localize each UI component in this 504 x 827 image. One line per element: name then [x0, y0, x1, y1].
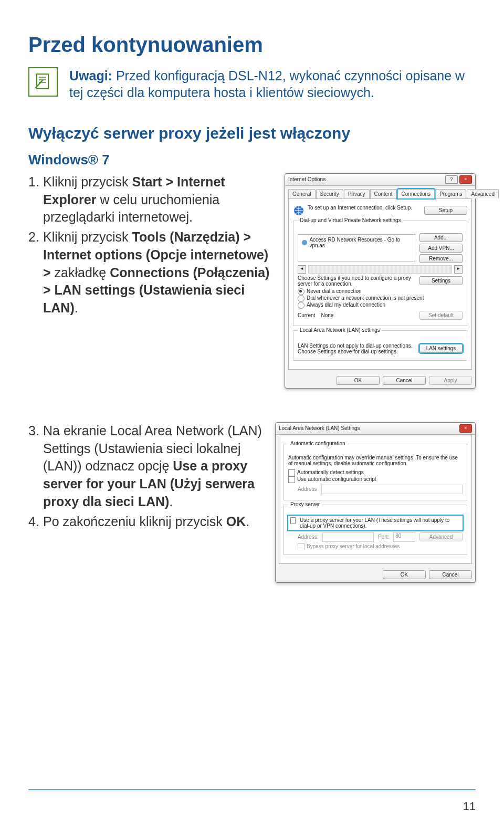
globe-icon [293, 205, 304, 216]
current-label: Current [298, 312, 315, 318]
radio-always-dial[interactable] [298, 302, 304, 309]
subheading: Windows® 7 [28, 152, 476, 168]
tab-privacy[interactable]: Privacy [344, 189, 370, 198]
step-text: Kliknij przycisk Tools (Narzędzia) > Int… [43, 228, 275, 317]
page-title: Przed kontynuowaniem [28, 33, 476, 57]
instruction-item: 1.Kliknij przycisk Start > Internet Expl… [28, 173, 275, 226]
radio-dial-when[interactable] [298, 295, 304, 302]
tab-general[interactable]: General [288, 189, 316, 198]
set-default-button[interactable]: Set default [419, 311, 463, 320]
dial-item[interactable]: Access RD Network Resources - Go to vpn.… [309, 237, 412, 248]
setup-text: To set up an Internet connection, click … [308, 205, 412, 211]
remove-button[interactable]: Remove... [419, 254, 463, 263]
page-number: 11 [463, 800, 476, 813]
close-icon[interactable]: × [459, 424, 472, 433]
advanced-button[interactable]: Advanced [419, 532, 463, 541]
checkbox-auto-script[interactable] [288, 476, 295, 483]
settings-button[interactable]: Settings [419, 276, 463, 285]
ok-button[interactable]: OK [337, 376, 380, 385]
radio-label: Dial whenever a network connection is no… [307, 295, 424, 301]
checkbox-label: Use automatic configuration script [297, 476, 376, 482]
proxy-address-input[interactable] [322, 532, 374, 542]
step-number: 1. [28, 173, 43, 226]
address-label: Address [298, 486, 317, 492]
add-button[interactable]: Add... [419, 233, 463, 242]
scroll-right-icon[interactable]: ► [454, 265, 463, 274]
note-body: Przed konfiguracją DSL-N12, wykonać czyn… [69, 68, 465, 100]
instruction-item: 4.Po zakończeniu kliknij przycisk OK. [28, 513, 266, 531]
ok-button[interactable]: OK [383, 570, 426, 579]
step-text: Na ekranie Local Area Network (LAN) Sett… [43, 422, 266, 511]
checkbox-use-proxy[interactable] [290, 517, 296, 524]
tabs: GeneralSecurityPrivacyContentConnections… [285, 186, 475, 198]
radio-never-dial[interactable] [298, 288, 304, 295]
port-input[interactable]: 80 [393, 532, 415, 542]
group-dialup: Dial-up and Virtual Private Network sett… [298, 217, 403, 223]
section-heading: Wyłączyć serwer proxy jeżeli jest włączo… [28, 124, 476, 142]
proxy-hint: Choose Settings if you need to configure… [298, 275, 413, 287]
footer-rule [28, 789, 476, 790]
tab-advanced[interactable]: Advanced [467, 189, 498, 198]
instruction-item: 3.Na ekranie Local Area Network (LAN) Se… [28, 422, 266, 511]
screenshot-lan-settings: Local Area Network (LAN) Settings × Auto… [275, 422, 476, 583]
group-auto: Automatic configuration [288, 441, 348, 446]
help-icon[interactable]: ? [445, 175, 458, 184]
tab-security[interactable]: Security [316, 189, 343, 198]
note-text: Uwagi: Przed konfiguracją DSL-N12, wykon… [69, 67, 476, 101]
tab-programs[interactable]: Programs [435, 189, 466, 198]
dialog-title: Local Area Network (LAN) Settings [279, 425, 360, 431]
svg-rect-0 [37, 74, 48, 89]
radio-label: Never dial a connection [307, 288, 362, 294]
checkbox-bypass[interactable] [298, 543, 304, 550]
close-icon[interactable]: × [459, 175, 472, 184]
lan-settings-button[interactable]: LAN settings [419, 344, 463, 353]
instruction-item: 2.Kliknij przycisk Tools (Narzędzia) > I… [28, 228, 275, 317]
address-label: Address: [298, 534, 318, 540]
auto-hint: Automatic configuration may override man… [288, 455, 463, 466]
svg-point-7 [302, 240, 307, 245]
radio-label: Always dial my default connection [307, 302, 385, 308]
connection-icon [301, 239, 307, 246]
port-label: Port: [378, 534, 389, 540]
step-text: Po zakończeniu kliknij przycisk OK. [43, 513, 266, 531]
screenshot-internet-options: Internet Options ? × GeneralSecurityPriv… [285, 173, 476, 389]
step-number: 2. [28, 228, 43, 317]
instruction-list-a: 1.Kliknij przycisk Start > Internet Expl… [28, 173, 275, 317]
dialog-title: Internet Options [288, 176, 326, 182]
checkbox-auto-detect[interactable] [288, 469, 295, 476]
note-block: Uwagi: Przed konfiguracją DSL-N12, wykon… [28, 67, 476, 101]
add-vpn-button[interactable]: Add VPN... [419, 244, 463, 253]
group-proxy: Proxy server [288, 501, 322, 507]
checkbox-label: Use a proxy server for your LAN (These s… [300, 517, 460, 529]
instruction-list-b: 3.Na ekranie Local Area Network (LAN) Se… [28, 422, 266, 531]
step-text: Kliknij przycisk Start > Internet Explor… [43, 173, 275, 226]
note-icon [28, 67, 58, 97]
cancel-button[interactable]: Cancel [383, 376, 426, 385]
apply-button[interactable]: Apply [429, 376, 472, 385]
group-lan: Local Area Network (LAN) settings [298, 327, 382, 333]
setup-button[interactable]: Setup [424, 206, 467, 215]
current-value: None [321, 312, 333, 318]
note-label: Uwagi: [69, 68, 112, 83]
tab-content[interactable]: Content [370, 189, 397, 198]
scroll-left-icon[interactable]: ◄ [298, 265, 306, 274]
address-input[interactable] [321, 485, 463, 494]
step-number: 3. [28, 422, 43, 511]
scrollbar[interactable] [308, 265, 452, 274]
step-number: 4. [28, 513, 43, 531]
lan-hint: LAN Settings do not apply to dial-up con… [298, 343, 413, 354]
checkbox-label: Bypass proxy server for local addresses [307, 543, 400, 549]
cancel-button[interactable]: Cancel [429, 570, 472, 579]
tab-connections[interactable]: Connections [397, 189, 435, 198]
checkbox-label: Automatically detect settings [297, 469, 364, 475]
